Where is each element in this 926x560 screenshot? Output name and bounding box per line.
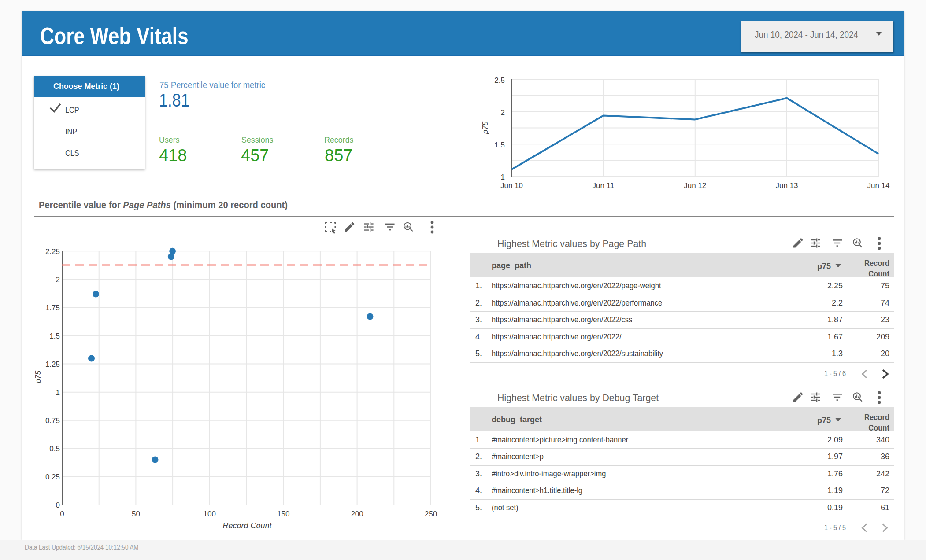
svg-text:1.25: 1.25 [45,360,60,368]
svg-text:2.5: 2.5 [494,76,505,85]
svg-text:1: 1 [56,388,60,397]
svg-text:0.5: 0.5 [49,445,60,453]
svg-text:50: 50 [132,510,140,518]
svg-text:100: 100 [204,510,216,518]
svg-text:Jun 12: Jun 12 [684,181,706,190]
svg-text:1.5: 1.5 [494,141,505,149]
svg-text:p75: p75 [481,121,489,134]
svg-text:Jun 10: Jun 10 [500,181,523,190]
svg-text:0.25: 0.25 [45,473,60,481]
svg-text:0: 0 [56,501,60,509]
svg-text:0: 0 [60,510,64,518]
svg-text:2: 2 [501,108,505,117]
svg-text:Jun 11: Jun 11 [593,181,615,190]
svg-text:250: 250 [425,510,437,518]
svg-text:1.75: 1.75 [45,304,60,312]
svg-text:200: 200 [351,510,363,518]
svg-text:150: 150 [277,510,289,518]
svg-text:2.25: 2.25 [45,247,60,256]
svg-text:Jun 14: Jun 14 [867,181,889,190]
svg-text:2: 2 [56,276,60,284]
svg-text:0.75: 0.75 [45,416,60,425]
svg-text:Record Count: Record Count [222,521,272,530]
svg-text:Jun 13: Jun 13 [775,181,798,190]
svg-text:p75: p75 [34,370,42,383]
svg-text:1: 1 [501,173,505,181]
svg-text:1.5: 1.5 [49,332,60,340]
